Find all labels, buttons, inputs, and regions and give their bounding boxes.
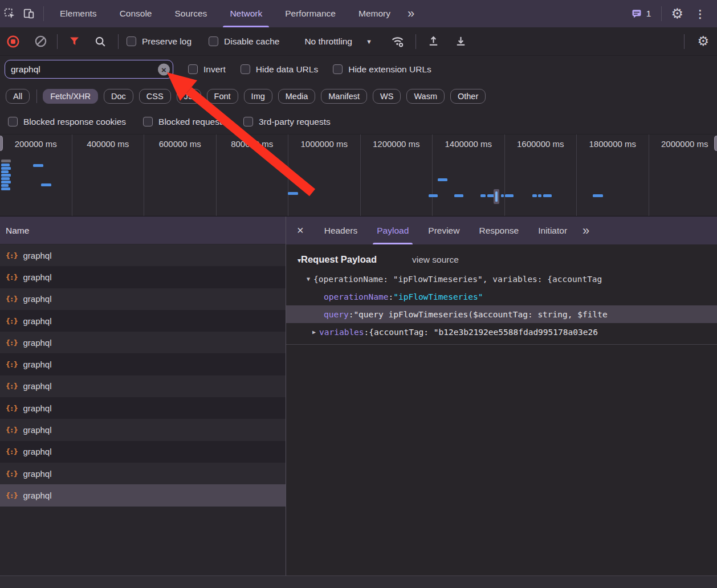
network-overview-timeline[interactable]: 200000 ms400000 ms600000 ms800000 ms1000… (0, 134, 717, 217)
toolbar-checkboxes: Preserve log Disable cache (127, 36, 296, 47)
request-row[interactable]: {:} graphql (0, 332, 286, 353)
type-filter-pill (36, 89, 37, 103)
request-row[interactable]: {:} graphql (0, 353, 286, 375)
type-filter-pill[interactable]: Manifest (321, 89, 367, 104)
filter-checkbox[interactable]: Hide data URLs (241, 64, 318, 75)
type-filter-pill[interactable]: Img (244, 89, 272, 104)
payload-pane: ▾Request Payload view source ▼ {operatio… (286, 244, 717, 575)
waterfall-bar (1, 160, 11, 162)
tree-collapse-icon[interactable]: ▶ (309, 329, 319, 335)
type-filter-pill[interactable]: JS (177, 89, 201, 104)
panel-tab[interactable]: Sources (164, 0, 219, 27)
tree-expand-icon[interactable]: ▼ (303, 276, 313, 282)
export-har-icon[interactable] (451, 32, 471, 51)
waterfall-bar (1, 187, 10, 190)
checkbox-box (209, 36, 218, 46)
chevron-down-icon: ▼ (366, 38, 372, 45)
json-file-icon: {:} (6, 491, 17, 500)
request-row[interactable]: {:} graphql (0, 266, 286, 288)
json-file-icon: {:} (6, 251, 17, 260)
name-column-header[interactable]: Name (0, 217, 286, 244)
request-row[interactable]: {:} graphql (0, 463, 286, 484)
request-row[interactable]: {:} graphql (0, 419, 286, 440)
search-icon[interactable] (91, 32, 110, 51)
waterfall-bar (454, 194, 463, 197)
more-details-tabs-icon[interactable]: » (577, 223, 594, 238)
details-tab[interactable]: Headers (315, 217, 368, 244)
throttling-dropdown[interactable]: No throttling ▼ (296, 36, 380, 47)
type-filter-pill[interactable]: Fetch/XHR (43, 89, 98, 104)
payload-root-row[interactable]: ▼ {operationName: "ipFlowTimeseries", va… (286, 270, 717, 288)
option-checkbox[interactable]: 3rd-party requests (243, 117, 331, 127)
filter-input-wrap: × (5, 60, 173, 79)
overview-handle-left[interactable] (0, 136, 3, 151)
panel-tab[interactable]: Memory (347, 0, 402, 27)
import-har-icon[interactable] (424, 32, 443, 51)
request-row[interactable]: {:} graphql (0, 375, 286, 397)
type-filter-pill[interactable]: Other (450, 89, 486, 104)
type-filter-pill[interactable]: All (6, 89, 30, 104)
record-network-log-icon[interactable] (3, 32, 23, 51)
payload-key: operationName (324, 292, 389, 301)
device-toolbar-icon[interactable] (19, 4, 39, 23)
more-tabs-icon[interactable]: » (402, 6, 419, 21)
waterfall-bar (501, 194, 504, 197)
payload-root-preview: {operationName: "ipFlowTimeseries", vari… (313, 275, 602, 284)
json-file-icon: {:} (6, 317, 17, 325)
waterfall-bar (1, 170, 9, 173)
payload-operation-row[interactable]: operationName: "ipFlowTimeseries" (286, 288, 717, 305)
toolbar-checkbox[interactable]: Disable cache (209, 36, 279, 47)
json-file-icon: {:} (6, 426, 17, 434)
toolbar-checkbox[interactable]: Preserve log (127, 36, 192, 47)
type-filter-pill[interactable]: WS (373, 89, 401, 104)
details-tab[interactable]: Payload (367, 217, 418, 244)
issues-counter[interactable]: 1 (625, 8, 657, 19)
request-name: graphql (23, 403, 51, 413)
request-row[interactable]: {:} graphql (0, 484, 286, 506)
panel-tab[interactable]: Console (108, 0, 164, 27)
close-details-icon[interactable]: × (286, 224, 315, 237)
filter-input[interactable] (5, 60, 173, 79)
type-filter-pill[interactable]: Media (278, 89, 316, 104)
type-filter-pill[interactable]: Font (207, 89, 238, 104)
panel-tab[interactable]: Elements (48, 0, 108, 27)
payload-key: variables (319, 328, 364, 337)
network-settings-gear-icon[interactable]: ⚙ (689, 35, 717, 48)
waterfall-bar (1, 164, 10, 166)
option-checkbox[interactable]: Blocked requests (143, 117, 226, 127)
payload-variables-row[interactable]: ▶ variables: {accountTag: "b12e3b2192ee5… (286, 323, 717, 341)
type-filter-pill[interactable]: CSS (139, 89, 171, 104)
view-source-link[interactable]: view source (412, 255, 459, 264)
tabs: ElementsConsoleSourcesNetworkPerformance… (48, 0, 402, 27)
request-row[interactable]: {:} graphql (0, 441, 286, 463)
filter-checkbox[interactable]: Invert (188, 64, 226, 75)
details-tabbar: × HeadersPayloadPreviewResponseInitiator… (286, 217, 717, 244)
clear-network-log-icon[interactable] (31, 32, 50, 51)
details-tab[interactable]: Initiator (528, 217, 577, 244)
request-row[interactable]: {:} graphql (0, 288, 286, 310)
checkbox-label: Blocked requests (158, 117, 226, 127)
waterfall-bar (532, 194, 537, 197)
type-filter-pill[interactable]: Doc (104, 89, 133, 104)
option-checkbox[interactable]: Blocked response cookies (8, 117, 126, 127)
filter-checkbox[interactable]: Hide extension URLs (333, 64, 431, 75)
panel-tab[interactable]: Network (218, 0, 274, 27)
issues-count: 1 (646, 9, 651, 19)
network-conditions-icon[interactable] (388, 32, 408, 51)
type-filter-pill[interactable]: Wasm (406, 89, 445, 104)
settings-gear-icon[interactable]: ⚙ (666, 7, 688, 21)
request-row[interactable]: {:} graphql (0, 397, 286, 419)
payload-query-row[interactable]: query: "query ipFlowTimeseries($accountT… (286, 305, 717, 323)
clear-filter-icon[interactable]: × (158, 63, 170, 75)
checkbox-box (241, 64, 250, 74)
request-row[interactable]: {:} graphql (0, 244, 286, 266)
colon: : (389, 292, 394, 301)
overview-handle-right[interactable] (714, 136, 717, 151)
panel-tab[interactable]: Performance (274, 0, 347, 27)
inspect-element-icon[interactable] (0, 4, 19, 23)
details-tab[interactable]: Preview (418, 217, 469, 244)
filter-icon[interactable] (64, 32, 84, 51)
request-row[interactable]: {:} graphql (0, 310, 286, 332)
details-tab[interactable]: Response (469, 217, 528, 244)
overflow-menu-icon[interactable]: ⋮ (688, 7, 712, 21)
